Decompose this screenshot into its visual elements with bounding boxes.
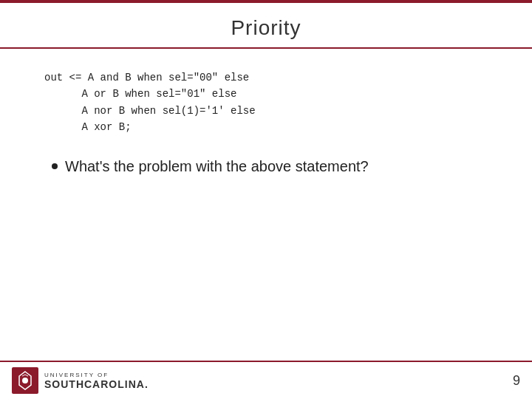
code-line-4: A xor B; [44, 119, 488, 135]
bullet-dot [52, 163, 58, 169]
code-line-3: A nor B when sel(1)='1' else [44, 103, 488, 119]
code-block: out <= A and B when sel="00" else A or B… [44, 69, 488, 136]
footer: UNIVERSITY OF SOUTHCAROLINA. 9 [0, 361, 532, 399]
logo-name: SOUTHCAROLINA. [44, 378, 149, 390]
bullet-section: What's the problem with the above statem… [44, 158, 488, 175]
code-line-2: A or B when sel="01" else [44, 86, 488, 102]
content-area: out <= A and B when sel="00" else A or B… [0, 49, 532, 190]
bullet-item: What's the problem with the above statem… [52, 158, 480, 175]
logo-carolina: CAROLINA. [84, 378, 149, 390]
code-line-1: out <= A and B when sel="00" else [44, 69, 488, 86]
page-number: 9 [513, 373, 520, 389]
logo-university: UNIVERSITY OF [44, 372, 149, 378]
footer-logo: UNIVERSITY OF SOUTHCAROLINA. [12, 367, 149, 394]
header-area: Priority [0, 3, 532, 49]
logo-text-block: UNIVERSITY OF SOUTHCAROLINA. [44, 372, 149, 390]
page-title: Priority [0, 16, 532, 40]
bullet-text: What's the problem with the above statem… [65, 158, 369, 175]
logo-south: SOUTH [44, 378, 84, 390]
logo-emblem [12, 367, 38, 394]
svg-point-0 [22, 378, 28, 383]
